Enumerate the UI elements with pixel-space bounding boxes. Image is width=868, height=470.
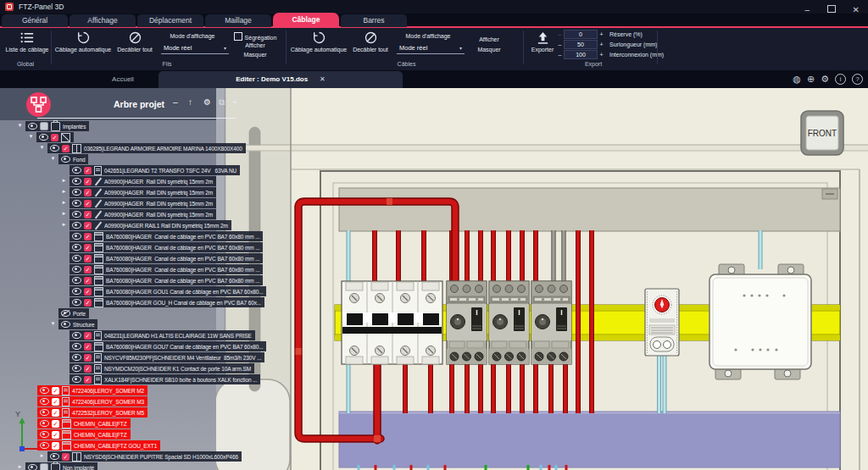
spinner-row: –50+Surlongueur (mm) — [556, 40, 709, 49]
unwire-all-button-fils[interactable]: Decâbler tout — [112, 30, 158, 53]
auto-wiring-button-fils[interactable]: Câblage automatique — [54, 30, 112, 53]
close-button[interactable]: ✕ — [846, 5, 866, 14]
tree-settings-button[interactable]: ⚙ — [203, 97, 211, 107]
ribbon-tab-câblage[interactable]: Câblage — [273, 13, 339, 27]
maximize-icon — [827, 5, 836, 13]
globe-icon[interactable]: ⊕ — [807, 74, 815, 85]
chevron-down-icon: ▾ — [224, 45, 226, 51]
window-controls: – ✕ — [795, 0, 868, 19]
export-button[interactable]: Exporter — [527, 30, 558, 53]
view-cube[interactable]: FRONT — [801, 111, 843, 155]
spinner-value[interactable]: 0 — [564, 30, 598, 39]
show-button-fils[interactable]: Afficher — [227, 42, 283, 48]
viewport-3d[interactable]: FRONT — [212, 88, 868, 470]
ribbon-tab-barres[interactable]: Barres — [341, 14, 407, 27]
spinner-value[interactable]: 50 — [564, 40, 598, 49]
spinner-increment-button[interactable]: + — [598, 31, 605, 37]
settings-icon[interactable]: ⚙ — [821, 74, 829, 85]
auto-wiring-label: Câblage automatique — [291, 47, 348, 53]
detach-panel-button[interactable]: ⧉ — [219, 97, 225, 108]
palette-icon[interactable]: ◍ — [793, 74, 801, 85]
chevron-down-icon: ▾ — [459, 45, 462, 51]
contactor[interactable] — [531, 281, 571, 364]
export-spinners: –0+Réserve (%)–50+Surlongueur (mm)–100+I… — [556, 30, 709, 60]
auto-wiring-button-cables[interactable]: Câblage automatique — [290, 30, 348, 53]
ribbon-separator — [657, 30, 658, 64]
hide-button-fils[interactable]: Masquer — [227, 52, 283, 58]
auto-wiring-icon — [76, 30, 91, 45]
minimize-button[interactable]: – — [797, 5, 817, 14]
cable-list-button[interactable]: Liste de câblage — [5, 30, 49, 53]
contactor[interactable] — [447, 281, 487, 364]
unwire-label: Decâbler tout — [117, 47, 153, 53]
add-button[interactable]: + — [232, 97, 237, 107]
show-button-cables[interactable]: Afficher — [465, 36, 514, 42]
ribbon-tab-maillage[interactable]: Maillage — [205, 14, 271, 27]
spinner-decrement-button[interactable]: – — [556, 41, 564, 47]
spinner-label: Interconnexion (mm) — [609, 52, 664, 58]
spinner-label: Réserve (%) — [609, 31, 643, 37]
unwire-icon — [128, 30, 142, 45]
group-label-export: Export — [526, 61, 661, 67]
spinner-decrement-button[interactable]: – — [556, 52, 564, 58]
tree-scrollbar[interactable] — [249, 127, 260, 391]
display-mode-label-fils: Mode d'affichage — [161, 33, 224, 39]
group-label-cables: Câbles — [290, 61, 523, 67]
auto-wiring-icon — [312, 30, 326, 45]
maximize-button[interactable] — [821, 5, 842, 14]
unwire-label: Decâbler tout — [353, 47, 388, 53]
spinner-increment-button[interactable]: + — [598, 52, 605, 58]
axis-indicator: Y — [10, 405, 129, 464]
ribbon-tab-général[interactable]: Général — [2, 14, 68, 27]
unwire-icon — [364, 30, 378, 45]
ribbon-separator — [523, 30, 524, 64]
document-tab-label: Accueil — [112, 75, 134, 83]
document-tab[interactable]: Accueil — [87, 71, 159, 88]
axis-origin — [19, 446, 25, 451]
document-tab-bar: ◍⊕⚙i? AccueilEditer : Demo V15.dos✕ — [0, 71, 868, 88]
help-icon[interactable]: ? — [852, 74, 863, 85]
ribbon-tab-affichage[interactable]: Affichage — [70, 14, 136, 27]
ribbon: Liste de câblage Global Câblage automati… — [0, 28, 868, 70]
list-icon — [20, 30, 35, 45]
collapse-panel-button[interactable]: – — [173, 97, 178, 107]
thermostat[interactable] — [645, 289, 679, 356]
display-mode-select-cables[interactable]: Mode réel ▾ — [397, 42, 465, 54]
bottom-cable-duct[interactable] — [339, 412, 840, 467]
checkbox-icon — [234, 32, 242, 41]
info-icon[interactable]: i — [835, 74, 846, 85]
spinner-row: –0+Réserve (%) — [556, 30, 709, 39]
group-label-global: Global — [0, 61, 51, 67]
app-title: FTZ-Panel 3D — [19, 3, 64, 11]
spinner-increment-button[interactable]: + — [598, 41, 605, 47]
panel-header-underline — [37, 118, 236, 119]
top-cable-duct[interactable] — [339, 188, 840, 231]
viewport-toolbar: ◍⊕⚙i? — [793, 74, 863, 85]
display-mode-value: Mode réel — [399, 44, 427, 52]
close-tab-icon[interactable]: ✕ — [320, 75, 326, 83]
export-icon — [536, 30, 550, 45]
spinner-value[interactable]: 100 — [564, 50, 598, 59]
display-mode-value: Mode réel — [164, 44, 192, 52]
display-mode-label-cables: Mode d'affichage — [397, 33, 459, 39]
pupitre-object[interactable] — [215, 379, 290, 470]
unwire-all-button-cables[interactable]: Decâbler tout — [348, 30, 393, 53]
display-mode-select-fils[interactable]: Mode réel ▾ — [161, 42, 229, 54]
electronics-box[interactable] — [709, 264, 811, 379]
circuit-breaker[interactable] — [342, 281, 442, 364]
up-arrow-button[interactable]: ↑ — [188, 97, 192, 107]
title-bar: FTZ-Panel 3D — [0, 0, 868, 14]
ribbon-separator — [51, 30, 52, 64]
axis-y-label: Y — [15, 410, 20, 418]
document-tab[interactable]: Editer : Demo V15.dos✕ — [159, 71, 403, 88]
application-window: FTZ-Panel 3D – ✕ GénéralAffichageDéplace… — [0, 0, 868, 470]
contactor[interactable] — [489, 281, 529, 364]
document-tab-label: Editer : Demo V15.dos — [236, 75, 308, 83]
view-cube-face-label: FRONT — [808, 129, 837, 138]
project-tree-logo-icon — [26, 92, 51, 117]
segregation-checkbox[interactable]: Ségrégation — [227, 32, 283, 41]
auto-wiring-label: Câblage automatique — [55, 47, 112, 53]
ribbon-tab-déplacement[interactable]: Déplacement — [137, 14, 203, 27]
hide-button-cables[interactable]: Masquer — [465, 47, 514, 53]
spinner-decrement-button[interactable]: – — [556, 31, 564, 37]
